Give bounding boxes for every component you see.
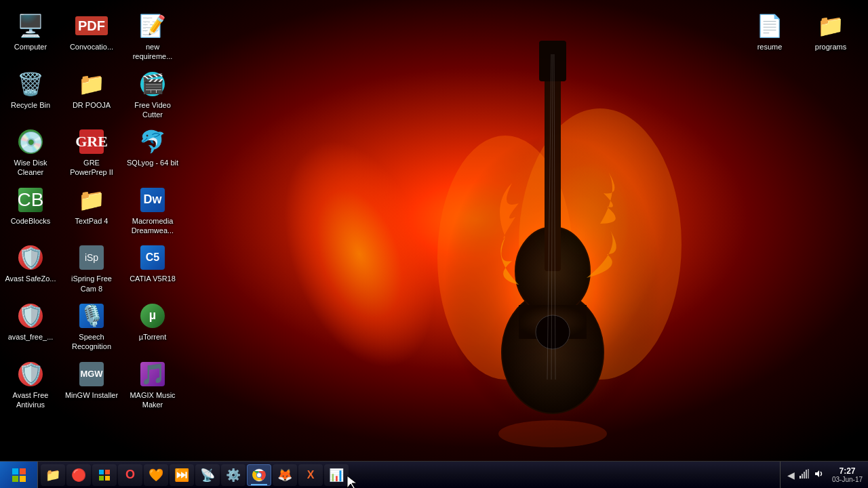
icon-computer[interactable]: 🖥️ Computer [0, 7, 61, 65]
icon-row-7: 🛡️ Avast Free Antivirus MGW MinGW Instal… [0, 355, 183, 413]
icon-avast-safezone-label: Avast SafeZo... [5, 274, 56, 283]
taskbar-windows[interactable] [92, 464, 117, 486]
icon-mingw-installer[interactable]: MGW MinGW Installer [61, 355, 122, 413]
desktop-icons: 🖥️ Computer PDF Convocatio... 📝 new requ… [0, 7, 183, 413]
svg-rect-20 [105, 476, 110, 481]
svg-rect-14 [20, 468, 26, 474]
icon-magix-music-maker-label: MAGIX Music Maker [125, 390, 180, 410]
icon-new-requirements[interactable]: 📝 new requireme... [122, 7, 183, 65]
icon-row-3: 💿 Wise Disk Cleaner GRE GRE PowerPrep II… [0, 123, 183, 181]
icon-resume-label: resume [757, 42, 783, 52]
svg-marker-29 [815, 470, 819, 477]
svg-rect-19 [99, 476, 104, 481]
svg-rect-26 [804, 472, 805, 479]
icon-wise-disk-cleaner[interactable]: 💿 Wise Disk Cleaner [0, 123, 61, 181]
taskbar-explorer[interactable]: 📁 [41, 464, 65, 486]
tray-volume[interactable] [812, 468, 825, 482]
icon-ispring[interactable]: iSp iSpring Free Cam 8 [61, 239, 122, 297]
icon-gre-powerprep[interactable]: GRE GRE PowerPrep II [61, 123, 122, 181]
tray-network[interactable] [798, 468, 810, 482]
svg-point-8 [536, 315, 570, 349]
svg-rect-18 [105, 470, 110, 474]
guitar-image [383, 0, 722, 488]
taskbar-uc-browser[interactable]: 🧡 [144, 464, 168, 486]
icon-computer-label: Computer [14, 42, 47, 52]
icon-programs-label: programs [815, 42, 846, 52]
taskbar-opera[interactable]: O [118, 464, 142, 486]
icon-dr-pooja-label: DR POOJA [73, 100, 111, 110]
taskbar-unknown2[interactable]: 📊 [324, 464, 349, 486]
icon-utorrent-label: µTorrent [139, 332, 167, 342]
icon-avast-free-antivirus[interactable]: 🛡️ Avast Free Antivirus [0, 355, 61, 413]
taskbar-programs: 📁 🔴 O 🧡 ⏭️ 📡 ⚙️ [38, 462, 777, 488]
icon-avast-free-antivirus-label: Avast Free Antivirus [3, 390, 58, 410]
icon-avast-free[interactable]: 🛡️ avast_free_... [0, 297, 61, 355]
icon-codeblocks[interactable]: CB CodeBlocks [0, 181, 61, 239]
icon-free-video-cutter[interactable]: 🎬 Free Video Cutter [122, 65, 183, 123]
svg-rect-13 [12, 468, 18, 474]
icon-row-2: 🗑️ Recycle Bin 📁 DR POOJA 🎬 Free Video C… [0, 65, 183, 123]
icon-speech-recognition-label: Speech Recognition [64, 332, 119, 352]
icon-avast-safezone[interactable]: 🛡️ Avast SafeZo... [0, 239, 61, 297]
icon-textpad-label: TextPad 4 [75, 216, 108, 226]
icon-sqlyog[interactable]: 🐬 SQLyog - 64 bit [122, 123, 183, 181]
taskbar-xampp[interactable]: X [298, 464, 323, 486]
taskbar-chrome[interactable] [247, 464, 271, 486]
clock-time: 7:27 [839, 466, 855, 476]
icon-convocation[interactable]: PDF Convocatio... [61, 7, 122, 65]
icon-programs[interactable]: 📁 programs [800, 7, 861, 55]
svg-rect-6 [545, 68, 561, 271]
icon-utorrent[interactable]: µ µTorrent [122, 297, 183, 355]
svg-point-12 [498, 420, 607, 447]
system-tray: ◀ 7:27 03-Jun-17 [780, 462, 868, 488]
icon-catia[interactable]: C5 CATIA V5R18 [122, 239, 183, 297]
icon-mingw-installer-label: MinGW Installer [65, 390, 118, 400]
taskbar-filezilla[interactable]: 📡 [195, 464, 220, 486]
system-clock[interactable]: 7:27 03-Jun-17 [827, 462, 868, 488]
icon-free-video-cutter-label: Free Video Cutter [125, 100, 180, 120]
icon-ispring-label: iSpring Free Cam 8 [64, 274, 119, 293]
taskbar-media-player[interactable]: ⏭️ [170, 464, 194, 486]
svg-rect-15 [12, 476, 18, 482]
icon-row-4: CB CodeBlocks 📁 TextPad 4 Dw Macromedia … [0, 181, 183, 239]
icon-avast-free-label: avast_free_... [8, 332, 54, 342]
taskbar-vlc[interactable]: 🔴 [66, 464, 91, 486]
svg-rect-24 [800, 476, 801, 479]
tray-expand[interactable]: ◀ [786, 468, 796, 482]
icon-sqlyog-label: SQLyog - 64 bit [127, 158, 178, 167]
icon-recycle-bin[interactable]: 🗑️ Recycle Bin [0, 65, 61, 123]
icon-magix-music-maker[interactable]: 🎵 MAGIX Music Maker [122, 355, 183, 413]
icon-recycle-bin-label: Recycle Bin [11, 100, 50, 110]
svg-rect-25 [802, 474, 803, 479]
icon-row-1: 🖥️ Computer PDF Convocatio... 📝 new requ… [0, 7, 183, 65]
icon-macromedia-dreamweaver[interactable]: Dw Macromedia Dreamwea... [122, 181, 183, 239]
icon-convocation-label: Convocatio... [70, 42, 113, 52]
clock-date: 03-Jun-17 [832, 476, 863, 483]
icon-row-6: 🛡️ avast_free_... 🎙️ Speech Recognition … [0, 297, 183, 355]
icon-macromedia-dreamweaver-label: Macromedia Dreamwea... [125, 216, 180, 236]
svg-rect-17 [99, 470, 104, 474]
taskbar-firefox[interactable]: 🦊 [273, 464, 297, 486]
icon-speech-recognition[interactable]: 🎙️ Speech Recognition [61, 297, 122, 355]
svg-point-23 [257, 473, 261, 477]
icon-codeblocks-label: CodeBlocks [11, 216, 51, 226]
svg-rect-27 [806, 470, 807, 479]
right-desktop-icons: 📄 resume 📁 programs [739, 7, 861, 55]
svg-rect-28 [808, 469, 809, 479]
icon-textpad[interactable]: 📁 TextPad 4 [61, 181, 122, 239]
taskbar: 📁 🔴 O 🧡 ⏭️ 📡 ⚙️ [0, 461, 868, 488]
icon-new-requirements-label: new requireme... [125, 42, 180, 62]
svg-rect-16 [20, 476, 26, 482]
start-button[interactable] [0, 462, 38, 489]
icon-catia-label: CATIA V5R18 [130, 274, 176, 283]
icon-dr-pooja[interactable]: 📁 DR POOJA [61, 65, 122, 123]
icon-row-5: 🛡️ Avast SafeZo... iSp iSpring Free Cam … [0, 239, 183, 297]
icon-resume[interactable]: 📄 resume [739, 7, 800, 55]
icon-wise-disk-cleaner-label: Wise Disk Cleaner [3, 158, 58, 178]
taskbar-tool[interactable]: ⚙️ [221, 464, 245, 486]
icon-gre-powerprep-label: GRE PowerPrep II [64, 158, 119, 178]
